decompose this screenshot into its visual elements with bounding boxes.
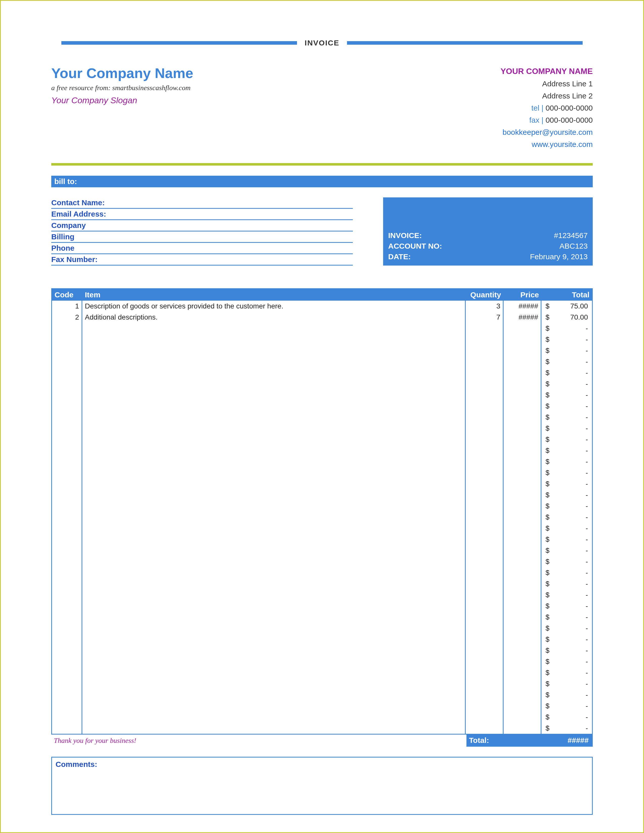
cell-quantity (466, 412, 504, 423)
comments-label: Comments: (56, 760, 588, 769)
cell-item (82, 467, 466, 478)
table-row: $- (52, 600, 592, 612)
account-no: ABC123 (559, 242, 588, 251)
cell-price (504, 323, 541, 334)
cell-total: $- (541, 467, 592, 478)
tel-row: tel | 000-000-0000 (501, 102, 593, 114)
cell-code (52, 456, 82, 467)
cell-code (52, 367, 82, 378)
cell-quantity (466, 667, 504, 678)
cell-quantity (466, 500, 504, 512)
cell-price (504, 634, 541, 645)
cell-item (82, 512, 466, 523)
cell-item (82, 678, 466, 689)
cell-code (52, 500, 82, 512)
cell-code (52, 723, 82, 734)
table-row: $- (52, 589, 592, 600)
cell-code (52, 445, 82, 456)
cell-item (82, 556, 466, 567)
bill-field-billing: Billing (51, 232, 353, 243)
account-no-row: ACCOUNT NO:ABC123 (383, 241, 593, 251)
cell-item (82, 667, 466, 678)
cell-price: ##### (504, 301, 541, 312)
cell-code (52, 634, 82, 645)
table-row: $- (52, 645, 592, 656)
cell-total: $- (541, 534, 592, 545)
items-table: Code Item Quantity Price Total 1Descript… (51, 288, 593, 735)
cell-code (52, 578, 82, 589)
cell-quantity (466, 556, 504, 567)
table-row: $- (52, 634, 592, 645)
cell-total: $- (541, 345, 592, 356)
title-row: INVOICE (51, 39, 593, 47)
cell-total: $- (541, 334, 592, 345)
cell-code (52, 623, 82, 634)
cell-total: $- (541, 389, 592, 400)
items-header: Code Item Quantity Price Total (52, 289, 592, 301)
cell-quantity (466, 334, 504, 345)
cell-item (82, 656, 466, 667)
cell-item (82, 400, 466, 412)
table-row: $- (52, 367, 592, 378)
cell-price (504, 656, 541, 667)
bill-field-email: Email Address: (51, 209, 353, 220)
cell-total: $- (541, 367, 592, 378)
cell-price (504, 345, 541, 356)
cell-price (504, 534, 541, 545)
cell-code (52, 534, 82, 545)
table-row: $- (52, 467, 592, 478)
table-row: $- (52, 378, 592, 389)
cell-price (504, 612, 541, 623)
cell-item (82, 456, 466, 467)
cell-item (82, 389, 466, 400)
table-row: $- (52, 500, 592, 512)
bill-field-contact: Contact Name: (51, 198, 353, 209)
comments-box: Comments: (51, 757, 593, 815)
cell-total: $- (541, 600, 592, 612)
cell-item (82, 378, 466, 389)
cell-code (52, 600, 82, 612)
cell-item (82, 701, 466, 712)
fax-label: fax | (529, 116, 544, 124)
invoice-no-row: INVOICE:#1234567 (383, 230, 593, 241)
cell-item (82, 445, 466, 456)
date-value: February 9, 2013 (530, 252, 588, 261)
cell-quantity (466, 723, 504, 734)
table-row: $- (52, 356, 592, 367)
cell-quantity (466, 423, 504, 434)
cell-quantity (466, 523, 504, 534)
fax-row: fax | 000-000-0000 (501, 114, 593, 126)
cell-total: $- (541, 634, 592, 645)
cell-code (52, 478, 82, 489)
cell-quantity (466, 434, 504, 445)
cell-quantity (466, 456, 504, 467)
cell-quantity: 3 (466, 301, 504, 312)
header: Your Company Name a free resource from: … (51, 65, 593, 150)
cell-quantity (466, 378, 504, 389)
cell-price (504, 545, 541, 556)
cell-price (504, 567, 541, 578)
cell-quantity (466, 689, 504, 701)
cell-item (82, 689, 466, 701)
cell-price (504, 367, 541, 378)
cell-price (504, 512, 541, 523)
cell-total: $- (541, 423, 592, 434)
cell-item (82, 478, 466, 489)
cell-code (52, 434, 82, 445)
cell-price (504, 667, 541, 678)
date-label: DATE: (388, 252, 411, 261)
cell-item (82, 334, 466, 345)
cell-quantity (466, 578, 504, 589)
table-row: $- (52, 456, 592, 467)
cell-quantity (466, 701, 504, 712)
resource-line: a free resource from: smartbusinesscashf… (51, 84, 193, 92)
cell-item (82, 612, 466, 623)
cell-code (52, 323, 82, 334)
cell-total: $- (541, 645, 592, 656)
table-row: $- (52, 678, 592, 689)
cell-quantity (466, 323, 504, 334)
cell-code (52, 645, 82, 656)
cell-total: $- (541, 678, 592, 689)
cell-quantity (466, 545, 504, 556)
company-name: Your Company Name (51, 65, 193, 81)
